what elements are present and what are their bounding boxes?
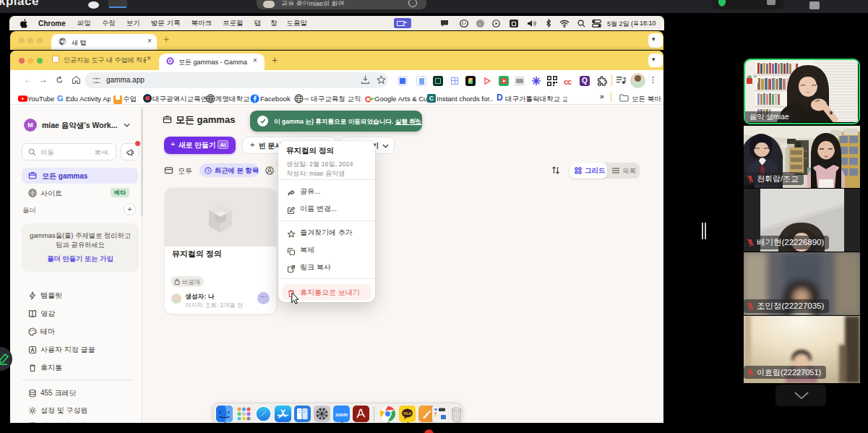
svg-text:zoom: zoom (335, 411, 348, 416)
svg-text:G: G (57, 94, 64, 103)
svg-text:TALK: TALK (403, 411, 412, 415)
